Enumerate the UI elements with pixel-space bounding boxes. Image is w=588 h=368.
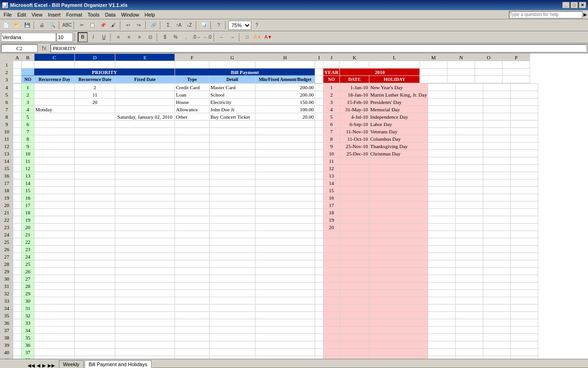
cell-h21[interactable] bbox=[255, 209, 315, 216]
cell-e16[interactable] bbox=[115, 172, 175, 179]
tab-nav-left[interactable]: ◀◀ bbox=[28, 363, 35, 368]
cell-m7[interactable] bbox=[428, 106, 456, 113]
cell-j18[interactable]: 15 bbox=[323, 187, 340, 194]
row-header[interactable]: 7 bbox=[0, 106, 13, 113]
cell-d11[interactable] bbox=[75, 135, 115, 143]
cell-b35[interactable]: 32 bbox=[22, 312, 34, 319]
cell-n40[interactable] bbox=[456, 349, 483, 356]
cell-m27[interactable] bbox=[428, 253, 456, 260]
cell-p37[interactable] bbox=[511, 327, 538, 334]
cell-f25[interactable] bbox=[175, 238, 209, 246]
cell-j29[interactable] bbox=[323, 268, 340, 275]
col-header-j[interactable]: J bbox=[323, 54, 340, 61]
cell-e13[interactable] bbox=[115, 150, 175, 157]
cell-m37[interactable] bbox=[428, 327, 456, 334]
cell-j25[interactable] bbox=[323, 238, 340, 246]
cell-m25[interactable] bbox=[428, 238, 456, 246]
cell-i40[interactable] bbox=[315, 349, 323, 356]
cell-h31[interactable] bbox=[255, 282, 315, 290]
col-header-l[interactable]: L bbox=[369, 54, 420, 61]
cell-j8[interactable]: 5 bbox=[323, 113, 340, 121]
cell-k26[interactable] bbox=[340, 246, 369, 253]
row-header[interactable]: 18 bbox=[0, 187, 13, 194]
cell-f10[interactable] bbox=[175, 128, 209, 135]
row-header[interactable]: 36 bbox=[0, 319, 13, 327]
cell-a21[interactable] bbox=[13, 209, 22, 216]
subheader-recdate[interactable]: Recurrence Date bbox=[75, 76, 115, 83]
cell-c15[interactable] bbox=[34, 165, 75, 172]
cell-b37[interactable]: 34 bbox=[22, 327, 34, 334]
cell-m18[interactable] bbox=[428, 187, 456, 194]
cell-a8[interactable] bbox=[13, 113, 22, 121]
cell-c33[interactable] bbox=[34, 297, 75, 305]
cell-g15[interactable] bbox=[209, 165, 255, 172]
cell-f18[interactable] bbox=[175, 187, 209, 194]
row-header[interactable]: 23 bbox=[0, 224, 13, 231]
cell-i11[interactable] bbox=[315, 135, 323, 143]
cell-k16[interactable] bbox=[340, 172, 369, 179]
cell-g21[interactable] bbox=[209, 209, 255, 216]
cell-n19[interactable] bbox=[456, 194, 483, 201]
cell-d5[interactable]: 11 bbox=[75, 91, 115, 98]
zoom-help-button[interactable]: ? bbox=[252, 20, 262, 30]
cell-g7[interactable]: John Doe Jr bbox=[209, 106, 255, 113]
cell-d18[interactable] bbox=[75, 187, 115, 194]
cell-h7[interactable]: 100.00 bbox=[255, 106, 315, 113]
cell-p40[interactable] bbox=[511, 349, 538, 356]
cell-p38[interactable] bbox=[511, 334, 538, 341]
align-right-button[interactable]: ≡ bbox=[135, 32, 145, 42]
name-box[interactable]: C2 bbox=[1, 44, 38, 52]
cell-o26[interactable] bbox=[483, 246, 511, 253]
cell-h9[interactable] bbox=[255, 121, 315, 128]
cell-k13[interactable]: 25-Dec-10 bbox=[340, 150, 369, 157]
cell-g16[interactable] bbox=[209, 172, 255, 179]
cell-e26[interactable] bbox=[115, 246, 175, 253]
cell-o22[interactable] bbox=[483, 216, 511, 224]
cell-k8[interactable]: 4-Jul-10 bbox=[340, 113, 369, 121]
cell-j11[interactable]: 8 bbox=[323, 135, 340, 143]
cell-n23[interactable] bbox=[456, 224, 483, 231]
row-header[interactable]: 1 bbox=[0, 61, 13, 69]
cell-p24[interactable] bbox=[511, 231, 538, 238]
cell-k31[interactable] bbox=[340, 282, 369, 290]
cell-l31[interactable] bbox=[369, 282, 428, 290]
cell-d12[interactable] bbox=[75, 143, 115, 150]
cell-l32[interactable] bbox=[369, 290, 428, 297]
cell-j21[interactable]: 18 bbox=[323, 209, 340, 216]
cell-h25[interactable] bbox=[255, 238, 315, 246]
row-header[interactable]: 17 bbox=[0, 179, 13, 187]
cell-m23[interactable] bbox=[428, 224, 456, 231]
cell-l30[interactable] bbox=[369, 275, 428, 282]
cell-a16[interactable] bbox=[13, 172, 22, 179]
cell-k36[interactable] bbox=[340, 319, 369, 327]
fill-color-button[interactable]: A▼ bbox=[253, 32, 263, 42]
cell-f7[interactable]: Allowance bbox=[175, 106, 209, 113]
cell-n4[interactable] bbox=[456, 84, 483, 91]
cell-k35[interactable] bbox=[340, 312, 369, 319]
cell-n28[interactable] bbox=[456, 260, 483, 268]
cell-o24[interactable] bbox=[483, 231, 511, 238]
row-header[interactable]: 32 bbox=[0, 290, 13, 297]
cell-p28[interactable] bbox=[511, 260, 538, 268]
row-header[interactable]: 24 bbox=[0, 231, 13, 238]
row-header[interactable]: 37 bbox=[0, 327, 13, 334]
cell-k27[interactable] bbox=[340, 253, 369, 260]
redo-button[interactable]: ↪ bbox=[134, 20, 144, 30]
formula-content[interactable]: PRIORITY bbox=[51, 44, 587, 52]
cell-a34[interactable] bbox=[13, 305, 22, 312]
cell-h11[interactable] bbox=[255, 135, 315, 143]
cell-b2[interactable] bbox=[22, 69, 34, 76]
cell-c16[interactable] bbox=[34, 172, 75, 179]
cell-h12[interactable] bbox=[255, 143, 315, 150]
cell-g26[interactable] bbox=[209, 246, 255, 253]
cell-i37[interactable] bbox=[315, 327, 323, 334]
cell-k5[interactable]: 18-Jan-10 bbox=[340, 91, 369, 98]
cell-l7[interactable]: Memorial Day bbox=[369, 106, 428, 113]
cell-c31[interactable] bbox=[34, 282, 75, 290]
cell-j23[interactable]: 20 bbox=[323, 224, 340, 231]
help-search-button[interactable]: ▶ bbox=[583, 12, 587, 17]
cell-h1[interactable] bbox=[255, 61, 315, 69]
cell-f39[interactable] bbox=[175, 341, 209, 349]
row-header[interactable]: 39 bbox=[0, 341, 13, 349]
cell-g30[interactable] bbox=[209, 275, 255, 282]
